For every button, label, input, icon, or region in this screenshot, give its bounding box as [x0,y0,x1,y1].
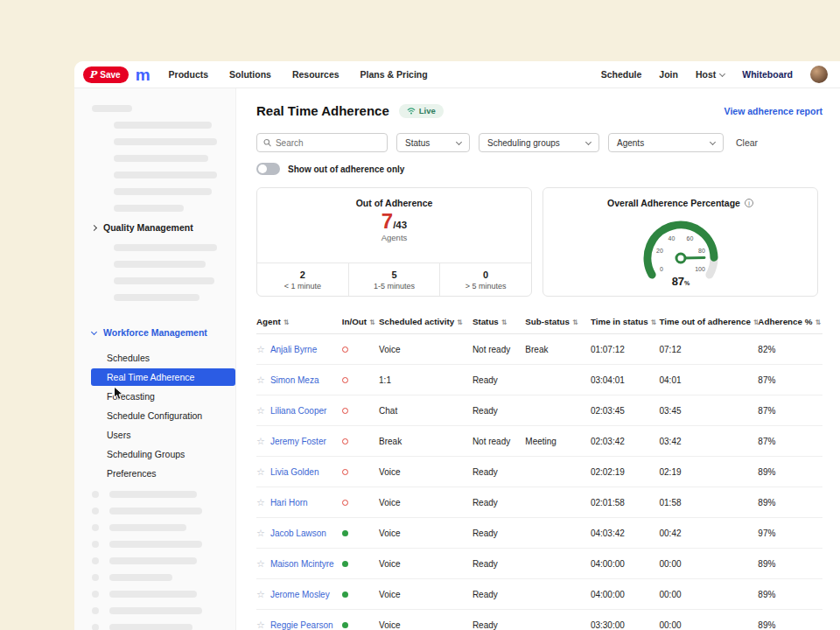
cell-adherence: 87% [758,365,822,396]
column-header-adherence[interactable]: Adherence %⇅ [758,310,822,334]
column-header-time_in_status[interactable]: Time in status⇅ [591,310,660,334]
column-header-status[interactable]: Status⇅ [472,310,525,334]
favorite-star-icon[interactable]: ☆ [256,528,265,538]
table-row[interactable]: ☆Simon Meza1:1Ready03:04:0104:0187% [256,365,822,396]
chevron-down-icon [91,328,97,334]
nav-item-whiteboard[interactable]: Whiteboard [742,69,793,80]
sidebar-item-users[interactable]: Users [91,426,235,444]
sort-icon[interactable]: ⇅ [572,318,578,326]
table-row[interactable]: ☆Jeremy FosterBreakNot readyMeeting02:03… [256,426,822,457]
nav-item-schedule[interactable]: Schedule [601,69,642,80]
favorite-star-icon[interactable]: ☆ [256,620,265,630]
favorite-star-icon[interactable]: ☆ [256,558,265,569]
agent-link[interactable]: Hari Horn [270,498,308,508]
pinterest-save-label: Save [100,70,120,80]
column-header-agent[interactable]: Agent⇅ [256,310,342,334]
nav-item-plans-pricing[interactable]: Plans & Pricing [360,69,428,80]
cell-substatus [525,610,591,630]
scheduling-groups-dropdown[interactable]: Scheduling groups [479,133,599,152]
agent-link[interactable]: Maison Mcintyre [270,559,334,569]
search-icon [263,138,271,147]
status-dropdown[interactable]: Status [396,133,470,152]
table-row[interactable]: ☆Liliana CooperChatReady02:03:4503:4587% [256,396,822,426]
favorite-star-icon[interactable]: ☆ [256,497,265,508]
table-row[interactable]: ☆Jerome MosleyVoiceReady04:00:0000:0089% [256,579,822,610]
skeleton-row [92,541,235,548]
chevron-down-icon [456,138,462,144]
nav-item-solutions[interactable]: Solutions [229,69,271,80]
search-field[interactable] [256,133,388,152]
gauge-tick-20: 20 [656,248,663,254]
out-of-adherence-card: Out of Adherence 7/43 Agents 2 < 1 minut… [256,187,532,297]
agent-link[interactable]: Jeremy Foster [270,437,326,446]
cell-time_out: 07:12 [659,334,758,365]
sidebar-item-real-time-adherence[interactable]: Real Time Adherence [91,368,235,386]
favorite-star-icon[interactable]: ☆ [256,436,265,446]
clear-filters-button[interactable]: Clear [736,137,758,148]
sidebar-section-quality-management[interactable]: Quality Management [74,222,235,233]
view-adherence-report-link[interactable]: View adherence report [724,106,822,116]
sort-icon[interactable]: ⇅ [651,318,657,326]
favorite-star-icon[interactable]: ☆ [256,405,265,416]
cell-activity: Break [379,426,472,457]
nav-item-join[interactable]: Join [659,69,678,80]
favorite-star-icon[interactable]: ☆ [256,466,265,477]
out-of-adherence-dot-icon [342,469,348,475]
skeleton-bar [114,188,212,195]
cell-activity: Voice [379,457,472,487]
sidebar-item-schedules[interactable]: Schedules [91,349,235,367]
cell-adherence: 89% [758,579,822,610]
user-avatar[interactable] [810,66,828,83]
column-header-activity[interactable]: Scheduled activity⇅ [379,310,472,334]
table-row[interactable]: ☆Livia GoldenVoiceReady02:02:1902:1989% [256,457,822,487]
agent-link[interactable]: Liliana Cooper [270,406,327,416]
cell-substatus [525,365,591,396]
sidebar-section-workforce-management[interactable]: Workforce Management [74,327,235,338]
table-row[interactable]: ☆Jacob LawsonVoiceReady04:03:4200:4297% [256,518,822,549]
miro-logo[interactable]: m [136,66,150,83]
cell-activity: Voice [379,487,472,518]
table-row[interactable]: ☆Maison McintyreVoiceReady04:00:0000:008… [256,549,822,579]
search-input[interactable] [276,138,381,148]
sidebar-item-preferences[interactable]: Preferences [91,465,235,482]
section-label: Quality Management [103,222,193,233]
table-row[interactable]: ☆Reggie PearsonVoiceReady03:30:0000:0089… [256,610,822,630]
column-header-time_out[interactable]: Time out of adherence⇅ [659,310,758,334]
agent-link[interactable]: Reggie Pearson [270,620,333,630]
sort-icon[interactable]: ⇅ [369,318,375,326]
sidebar-item-scheduling-groups[interactable]: Scheduling Groups [91,445,235,463]
cell-time_in_status: 03:30:00 [591,610,660,630]
out-of-adherence-toggle[interactable] [256,163,280,175]
favorite-star-icon[interactable]: ☆ [256,344,265,354]
cell-time_out: 02:19 [659,457,758,487]
column-header-inout[interactable]: In/Out⇅ [342,310,379,334]
agent-link[interactable]: Livia Golden [270,467,319,477]
sort-icon[interactable]: ⇅ [284,318,290,326]
cell-adherence: 87% [758,396,822,426]
column-header-substatus[interactable]: Sub-status⇅ [525,310,591,334]
sort-icon[interactable]: ⇅ [815,318,821,326]
nav-item-products[interactable]: Products [169,69,209,80]
favorite-star-icon[interactable]: ☆ [256,374,265,385]
breakdown-over-5-minutes: 0 > 5 minutes [439,263,531,296]
sort-icon[interactable]: ⇅ [501,318,508,326]
favorite-star-icon[interactable]: ☆ [256,589,265,599]
agent-link[interactable]: Jacob Lawson [270,528,326,538]
nav-item-host[interactable]: Host [696,69,724,80]
table-row[interactable]: ☆Anjali ByrneVoiceNot readyBreak01:07:12… [256,334,822,365]
agent-link[interactable]: Simon Meza [270,375,319,385]
agent-link[interactable]: Anjali Byrne [270,345,317,354]
pinterest-save-button[interactable]: P Save [83,66,129,83]
agents-dropdown[interactable]: Agents [608,133,724,152]
skeleton-row [92,574,235,581]
info-icon[interactable]: i [745,199,753,207]
breakdown-1-5-minutes: 5 1-5 minutes [348,263,440,296]
sidebar-item-schedule-configuration[interactable]: Schedule Configuration [91,407,235,424]
chevron-down-icon [585,138,592,144]
table-row[interactable]: ☆Hari HornVoiceReady02:01:5801:5889% [256,487,822,518]
cell-time_in_status: 02:03:42 [591,426,660,457]
agent-link[interactable]: Jerome Mosley [270,590,330,599]
gauge-tick-40: 40 [668,235,675,242]
sort-icon[interactable]: ⇅ [457,318,463,326]
nav-item-resources[interactable]: Resources [292,69,340,80]
